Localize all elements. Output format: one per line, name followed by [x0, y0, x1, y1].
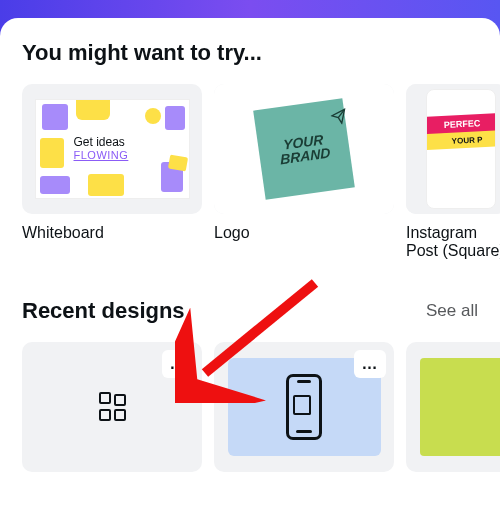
recent-header: Recent designs See all: [22, 298, 500, 324]
wb-text-1: Get ideas: [74, 135, 125, 149]
stack-icon: [297, 399, 311, 415]
logo-thumbnail: YOUR BRAND: [214, 84, 394, 214]
try-row: Get ideas FLOWING Whiteboard YOUR BRAND: [22, 84, 500, 260]
template-logo[interactable]: YOUR BRAND Logo: [214, 84, 394, 260]
try-section-title: You might want to try...: [22, 40, 500, 66]
recent-design-2[interactable]: …: [214, 342, 394, 472]
template-whiteboard[interactable]: Get ideas FLOWING Whiteboard: [22, 84, 202, 260]
grid-icon: [99, 394, 126, 421]
recent-design-3[interactable]: ✕: [406, 342, 500, 472]
template-instagram[interactable]: PERFEC YOUR P Instagram Post (Square): [406, 84, 500, 260]
logo-label: Logo: [214, 224, 394, 242]
ig-banner-2: YOUR P: [426, 130, 496, 151]
see-all-link[interactable]: See all: [426, 301, 478, 321]
more-options-button[interactable]: …: [162, 350, 194, 378]
recent-row: … … ✕: [22, 342, 500, 472]
recent-lime-preview: ✕: [420, 358, 501, 456]
recent-title: Recent designs: [22, 298, 185, 324]
paper-plane-icon: [330, 108, 348, 129]
whiteboard-label: Whiteboard: [22, 224, 202, 242]
more-options-button[interactable]: …: [354, 350, 386, 378]
instagram-label: Instagram Post (Square): [406, 224, 500, 260]
wb-text-2: FLOWING: [74, 149, 129, 161]
main-card: You might want to try... Get ideas FLOWI: [0, 18, 500, 530]
recent-design-1[interactable]: …: [22, 342, 202, 472]
whiteboard-thumbnail: Get ideas FLOWING: [22, 84, 202, 214]
phone-icon: [286, 374, 322, 440]
instagram-thumbnail: PERFEC YOUR P: [406, 84, 500, 214]
